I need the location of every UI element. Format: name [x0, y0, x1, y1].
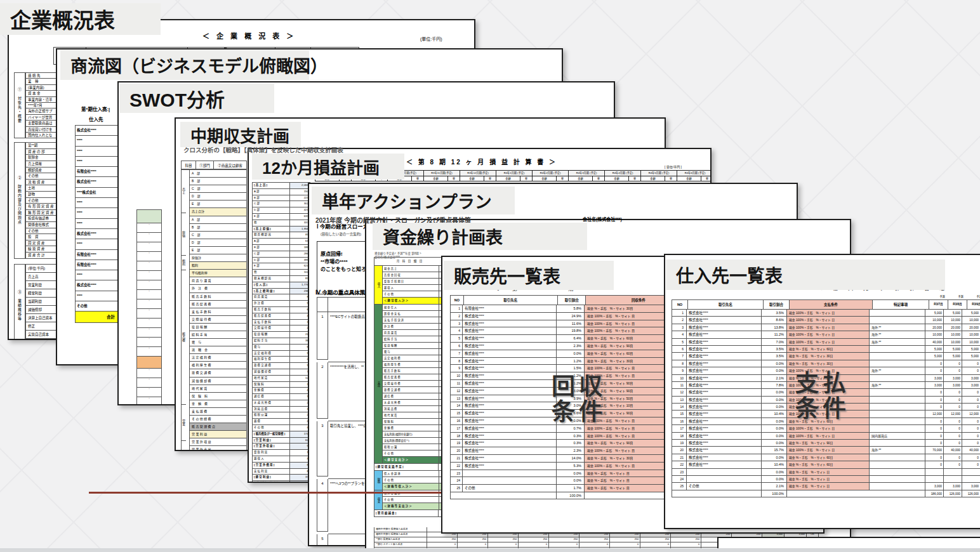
pl12-month-cell: R4年5月期 (予定)金額率: [640, 170, 677, 181]
supplier-notes: 海外:**: [870, 331, 925, 338]
pl12-account: 他: [252, 270, 290, 276]
cashflow-total-label: ＜ 経 常 収 入 計 ＞: [383, 298, 439, 305]
pl12-account: E 部: [252, 214, 290, 220]
supplier-ratio: 10.4%: [762, 461, 787, 468]
banner-business-flow: 商流図（ビジネスモデル俯瞰図）: [60, 50, 309, 80]
pl12-account: 消 耗 品 費: [252, 407, 290, 413]
action-head-no: [317, 297, 328, 312]
midterm-row: 車 輌 費: [190, 400, 247, 408]
pl12-row: 保 険 料3: [252, 382, 310, 388]
customer-name: その他: [463, 485, 557, 492]
pl12-account: 支 払 利 息: [252, 469, 290, 475]
pl12-row: 旅 費 交 通 費5: [252, 363, 310, 369]
supplier-month-value: 0: [944, 367, 962, 374]
customer-name: [463, 470, 557, 478]
banner-annual-plan: 単年アクションプラン: [312, 187, 515, 214]
banner-swot: SWOT分析: [119, 84, 274, 113]
supplier-box: 有限会社****: [75, 260, 118, 270]
action-section-title: Ⅳ 今期の重点具体策: [315, 288, 365, 296]
customer-ratio: 24.9%: [557, 313, 585, 320]
pl12-account: 減 価 償 却 費: [252, 369, 290, 376]
pl12-account: 期 首 棚 卸 高: [252, 232, 290, 239]
banner-annual-plan-text: 単年アクションプラン: [322, 188, 492, 213]
pl12-account: D 部: [252, 207, 290, 214]
midterm-rows: A 部B 部C 部D 部E 部売上合計A 部B 部C 部D 部E 部原価計粗利平…: [189, 169, 247, 451]
supplier-month-value: 20,000: [962, 324, 980, 331]
customer-ratio: 0.7%: [557, 425, 585, 433]
supplier-no: 17: [672, 425, 687, 432]
pl12-sub-amount: 金額: [424, 176, 448, 181]
supplier-row: 230.0%現金 %・手形 %・サイト 日: [672, 469, 980, 476]
customer-name: 株式会社****: [463, 455, 557, 463]
supplier-notes: [870, 346, 925, 353]
supplier-month-value: 20,000: [944, 324, 962, 331]
banner-company-overview: 企業概況表: [0, 3, 161, 35]
midterm-group-label: 販売費: [182, 270, 186, 405]
supplier-month-value: 5,000: [925, 346, 944, 353]
supplier-cond: 現金 %・手形 %・サイト 60日: [787, 461, 870, 468]
supplier-month-value: 0: [944, 425, 962, 432]
swot-cell: *: [136, 271, 162, 280]
swot-cell: *: [136, 378, 162, 388]
customer-no: 3: [450, 320, 463, 328]
pl12-row: [ 経 常 利 益 ]37: [252, 475, 310, 481]
section-label: ① 対象先・概要: [14, 72, 25, 138]
supplier-box: ****: [75, 270, 118, 280]
pl12-account: 販 売 促 進 費: [252, 313, 290, 320]
supplier-no: 20: [672, 447, 687, 454]
customer-name: 株式会社****: [463, 402, 557, 410]
cashflow-item: そ の 他: [383, 450, 439, 457]
pl12-sub-amount: 金額: [569, 176, 593, 181]
cashflow-item: 支払利息(関係会社**): [383, 438, 439, 444]
supplier-no: 22: [672, 461, 687, 468]
supplier-month-value: 10,000: [944, 331, 962, 338]
customer-total-ratio: 100.0%: [557, 492, 585, 499]
supplier-ratio: 0.0%: [762, 433, 787, 440]
pl12-row: 雑 収 入4: [252, 456, 310, 463]
supplier-name: 株式会社****: [687, 461, 762, 468]
banner-midterm: 中期収支計画: [180, 122, 301, 147]
supplier-row: 25その他2.1%現金 %・手形 %・サイト 日3,0003,0003,000: [672, 483, 980, 490]
supplier-notes: [870, 425, 925, 432]
annotation-collection-line1: 回収: [547, 374, 611, 400]
midterm-row: A 部: [190, 216, 247, 224]
pl12-sub-rate: 率: [484, 176, 496, 181]
cashflow-item: 消 耗 品 費: [383, 406, 439, 412]
pl12-month-cell: R4年1月期 (予定)金額率: [496, 170, 533, 181]
supplier-ratio: 7.8%: [762, 382, 787, 389]
strip-label: 福岡中央銀行 長期借入金返済: [374, 527, 427, 532]
supplier-cond: 現金 %・手形 %・サイト 60日: [787, 346, 870, 353]
strip-value: 250: [579, 537, 610, 542]
cashflow-item: 保 険 料: [383, 419, 439, 425]
supplier-box: ****: [75, 156, 118, 167]
cashflow-item: 租 税 公 課: [383, 444, 439, 450]
pl12-row: 販 売 手 数 料6: [252, 307, 310, 313]
pl12-account: 支 払 手 数 料: [252, 320, 290, 326]
customer-ratio: 1.7%: [557, 485, 585, 492]
supplier-month-value: 0: [925, 440, 944, 447]
customer-name: 株式会社****: [463, 463, 557, 470]
strip-value: 0: [640, 542, 671, 548]
cashflow-item: そ の 他: [383, 497, 439, 503]
supplier-row: 19株式会社****0.0%現金 %・手形 %・サイト 90日000: [672, 440, 980, 447]
pl12-account: 外 注 費: [252, 301, 290, 307]
midterm-row: E 部: [190, 200, 247, 208]
midterm-row: 保 険 料: [190, 393, 247, 400]
supplier-month-value: 0: [944, 404, 962, 411]
customer-no: 25: [450, 485, 463, 492]
pl12-month-cell: R4年3月期 (予定)金額率: [568, 170, 605, 181]
customer-name: 株式会社****: [463, 343, 557, 350]
supplier-row: 6株式会社****3.5%現金 %・手形 %・サイト 60日5,0005,000…: [672, 346, 980, 353]
supplier-box: 有限会社****: [75, 249, 118, 260]
pl12-row: 車 輌 費4: [252, 388, 310, 394]
midterm-row: D 部: [190, 239, 247, 247]
midterm-row: 給 料 手 当: [190, 331, 247, 339]
strip-value: 0: [671, 542, 701, 548]
midterm-group-label: 売上: [182, 170, 186, 213]
strip-value: 250: [519, 537, 549, 542]
pl12-unit: [ 単位/千円 ]: [665, 164, 682, 169]
supplier-ratio: 0.0%: [762, 397, 787, 404]
supplier-ratio: 0.0%: [762, 367, 787, 374]
supplier-ratio: 0.0%: [762, 389, 787, 396]
midterm-row: 旅 費 交 通 費: [190, 369, 247, 377]
